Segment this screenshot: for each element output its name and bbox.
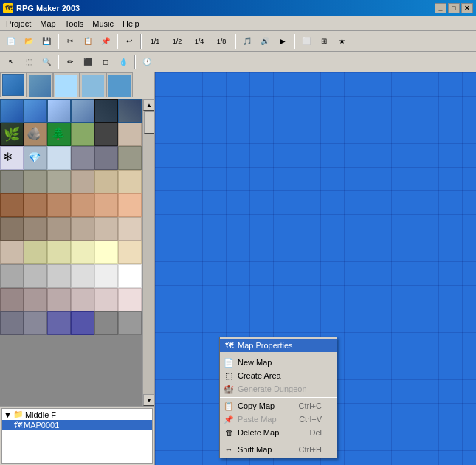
fullscreen-button[interactable]: ⬜ [298, 33, 314, 49]
cursor-tool[interactable]: ↖ [3, 54, 19, 70]
ctx-sep-1 [220, 354, 337, 354]
app-icon: 🗺 [3, 3, 13, 13]
scroll-up-btn[interactable]: ▲ [143, 99, 154, 111]
delete-map-icon: 🗑 [223, 427, 235, 438]
ctx-map-properties[interactable]: 🗺 Map Properties [220, 339, 337, 352]
sep-t1 [58, 55, 59, 69]
sep-3 [140, 34, 142, 49]
scroll-track[interactable] [143, 111, 154, 394]
zoom-1-1[interactable]: 1/1 [145, 33, 165, 49]
scroll-down-btn[interactable]: ▼ [143, 394, 154, 406]
fill-tool[interactable]: ⬛ [80, 54, 96, 70]
copy-map-icon: 📋 [223, 400, 235, 412]
menu-map[interactable]: Map [35, 18, 60, 30]
grid-button[interactable]: ⊞ [316, 33, 332, 49]
ctx-new-map[interactable]: 📄 New Map [220, 356, 337, 369]
copy-button[interactable]: 📋 [80, 33, 96, 49]
left-panel: 🌿 🪨 🌲 ❄ [0, 72, 155, 465]
sep-1 [58, 34, 59, 49]
new-button[interactable]: 📄 [3, 33, 19, 49]
canvas-area[interactable]: 🗺 Map Properties 📄 New Map ⬚ Create Area… [155, 72, 476, 465]
tileset-scrollbar[interactable]: ▲ ▼ [142, 99, 154, 406]
events-tool[interactable]: 🕐 [139, 54, 155, 70]
toolbar-main: 📄 📂 💾 ✂ 📋 📌 ↩ 1/1 1/2 1/4 1/8 🎵 🔊 ▶ ⬜ ⊞ … [0, 31, 476, 52]
minimize-button[interactable]: _ [435, 3, 446, 13]
scroll-thumb[interactable] [144, 111, 154, 134]
map-tree[interactable]: ▼ 📁 Middle F 🗺 MAP0001 [1, 408, 153, 464]
tile-tab-1[interactable] [27, 72, 53, 97]
new-map-icon: 📄 [223, 356, 235, 368]
ctx-generate-dungeon: 🏰 Generate Dungeon [220, 382, 337, 396]
title-bar: 🗺 RPG Maker 2003 _ □ ✕ [0, 0, 476, 16]
ctx-sep-3 [220, 441, 337, 441]
undo-button[interactable]: ↩ [121, 33, 137, 49]
menu-project[interactable]: Project [1, 18, 35, 30]
ctx-paste-map: 📌 Paste Map Ctrl+V [220, 413, 337, 426]
eraser-tool[interactable]: ◻ [97, 54, 114, 70]
tile-tabs [0, 72, 154, 99]
zoom-1-8[interactable]: 1/8 [211, 33, 232, 49]
close-button[interactable]: ✕ [461, 3, 473, 13]
magnify-tool[interactable]: 🔍 [38, 54, 55, 70]
tile-tab-3[interactable] [80, 72, 106, 97]
paste-map-icon: 📌 [223, 413, 235, 425]
tile-tab-2[interactable] [53, 72, 80, 97]
ctx-create-area[interactable]: ⬚ Create Area [220, 369, 337, 382]
window-controls: _ □ ✕ [435, 3, 473, 13]
app-title: RPG Maker 2003 [16, 4, 80, 13]
tileset-area[interactable]: 🌿 🪨 🌲 ❄ [0, 99, 154, 406]
tile-tab-4[interactable] [106, 72, 133, 97]
menu-tools[interactable]: Tools [61, 18, 89, 30]
shift-map-icon: ↔ [223, 444, 235, 455]
menu-help[interactable]: Help [118, 18, 144, 30]
tile-tab-0[interactable] [0, 72, 27, 97]
ctx-shift-map[interactable]: ↔ Shift Map Ctrl+H [220, 443, 337, 456]
create-area-icon: ⬚ [223, 370, 235, 382]
tree-item-middle-f[interactable]: ▼ 📁 Middle F [2, 409, 152, 420]
maximize-button[interactable]: □ [448, 3, 460, 13]
cut-button[interactable]: ✂ [62, 33, 78, 49]
zoom-1-2[interactable]: 1/2 [167, 33, 187, 49]
music-button[interactable]: 🎵 [239, 33, 255, 49]
toolbar-tools: ↖ ⬚ 🔍 ✏ ⬛ ◻ 💧 🕐 [0, 52, 476, 72]
main-layout: 🌿 🪨 🌲 ❄ [0, 72, 476, 465]
paste-button[interactable]: 📌 [97, 33, 114, 49]
menu-music[interactable]: Music [88, 18, 118, 30]
tree-item-map0001[interactable]: 🗺 MAP0001 [2, 420, 152, 430]
rect-select-tool[interactable]: ⬚ [21, 54, 37, 70]
map-properties-icon: 🗺 [223, 340, 235, 351]
play-button[interactable]: ▶ [275, 33, 291, 49]
save-button[interactable]: 💾 [38, 33, 55, 49]
zoom-1-4[interactable]: 1/4 [189, 33, 210, 49]
sep-2 [117, 34, 118, 49]
sound-button[interactable]: 🔊 [257, 33, 273, 49]
eyedrop-tool[interactable]: 💧 [115, 54, 131, 70]
generate-dungeon-icon: 🏰 [223, 383, 235, 395]
open-button[interactable]: 📂 [21, 33, 37, 49]
ctx-copy-map[interactable]: 📋 Copy Map Ctrl+C [220, 399, 337, 413]
star-button[interactable]: ★ [334, 33, 350, 49]
context-menu: 🗺 Map Properties 📄 New Map ⬚ Create Area… [219, 337, 337, 458]
sep-4 [235, 34, 236, 49]
sep-t2 [134, 55, 136, 69]
sep-5 [294, 34, 295, 49]
pencil-tool[interactable]: ✏ [62, 54, 78, 70]
ctx-sep-2 [220, 397, 337, 398]
menu-bar: Project Map Tools Music Help [0, 16, 476, 31]
bottom-panel: ▼ 📁 Middle F 🗺 MAP0001 [0, 406, 154, 465]
ctx-delete-map[interactable]: 🗑 Delete Map Del [220, 426, 337, 439]
